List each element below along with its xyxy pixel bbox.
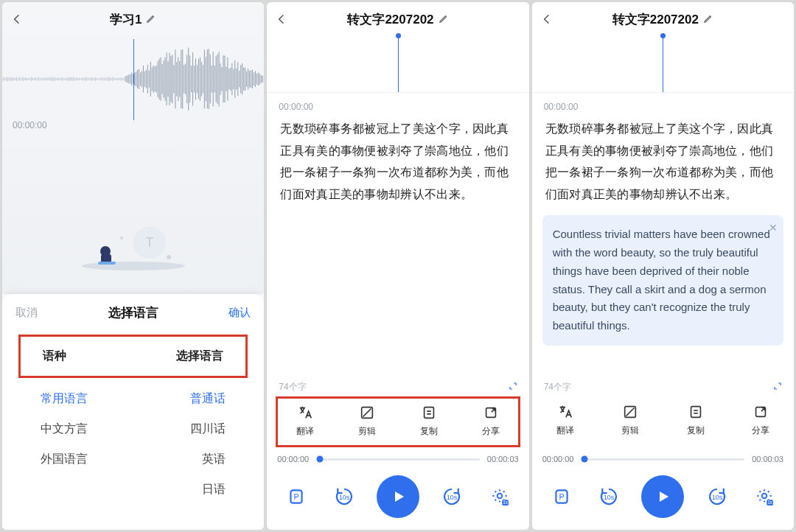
header: 转文字2207202: [532, 2, 794, 36]
tool-label: 翻译: [556, 424, 574, 437]
current-time: 00:00:00: [542, 455, 574, 463]
svg-text:1x: 1x: [503, 500, 509, 505]
svg-text:P: P: [294, 492, 299, 501]
transcript-text[interactable]: 无数琐碎事务都被冠上了美这个字，因此真正具有美的事物便被剥夺了崇高地位，他们把一…: [267, 116, 528, 205]
tool-label: 分享: [752, 424, 769, 437]
translation-bubble: ✕ Countless trivial matters have been cr…: [542, 215, 783, 346]
svg-text:10s: 10s: [604, 494, 615, 501]
tool-label: 翻译: [296, 425, 314, 438]
language-row[interactable]: 日语: [24, 475, 242, 505]
waveform-panel: 00:00:00 T: [2, 2, 264, 294]
language-category: 中文方言: [41, 421, 88, 437]
mini-waveform: [532, 36, 794, 93]
rewind-10s-button[interactable]: 10s: [594, 482, 624, 511]
transcript-text[interactable]: 无数琐碎事务都被冠上了美这个字，因此真正具有美的事物便被剥夺了崇高地位，他们把一…: [532, 116, 794, 205]
translate-button[interactable]: 翻译: [296, 405, 315, 438]
expand-icon[interactable]: [773, 382, 782, 393]
svg-text:T: T: [145, 235, 153, 250]
sheet-title: 选择语言: [108, 304, 158, 321]
svg-point-211: [762, 494, 767, 499]
close-icon[interactable]: ✕: [769, 220, 778, 237]
playhead[interactable]: [663, 36, 663, 92]
playhead[interactable]: [133, 39, 134, 120]
svg-rect-189: [424, 407, 433, 419]
language-option: 日语: [152, 482, 226, 497]
language-option: 英语: [152, 452, 226, 467]
timecode: 00:00:00: [267, 93, 528, 116]
back-icon[interactable]: [541, 13, 553, 25]
transcript-mode-button[interactable]: P: [282, 482, 311, 511]
playhead[interactable]: [398, 36, 399, 92]
svg-rect-202: [691, 407, 700, 418]
char-count: 74个字: [279, 381, 306, 393]
language-option: 四川话: [152, 421, 226, 437]
share-button[interactable]: 分享: [481, 405, 500, 438]
svg-marker-196: [395, 491, 404, 502]
svg-text:10s: 10s: [339, 494, 350, 501]
edit-icon[interactable]: [439, 13, 449, 27]
tool-label: 剪辑: [358, 425, 376, 438]
svg-point-186: [167, 255, 171, 259]
back-icon[interactable]: [276, 13, 287, 25]
translate-icon: [556, 404, 575, 420]
svg-rect-185: [98, 262, 116, 265]
svg-text:P: P: [559, 492, 564, 501]
language-row[interactable]: 常用语言普通话: [24, 384, 242, 414]
tool-label: 复制: [687, 424, 705, 437]
timecode: 00:00:00: [532, 93, 794, 116]
highlighted-header-row: 语种 选择语言: [18, 335, 248, 378]
cancel-button[interactable]: 取消: [15, 306, 38, 320]
edit-icon[interactable]: [146, 13, 156, 27]
tool-label: 复制: [420, 425, 438, 438]
language-category: 常用语言: [41, 391, 88, 407]
edit-icon[interactable]: [703, 13, 713, 27]
share-icon: [481, 405, 500, 421]
current-time: 00:00:00: [277, 455, 309, 463]
char-count: 74个字: [544, 381, 571, 393]
highlighted-toolbar: 翻译剪辑复制分享: [276, 396, 520, 447]
progress-bar[interactable]: 00:00:00 00:00:03: [267, 447, 528, 468]
timecode: 00:00:00: [13, 120, 47, 130]
trim-button[interactable]: 剪辑: [357, 405, 377, 438]
progress-bar[interactable]: 00:00:00 00:00:03: [532, 447, 794, 468]
copy-button[interactable]: 复制: [686, 404, 705, 437]
forward-10s-button[interactable]: 10s: [437, 482, 467, 511]
total-time: 00:00:03: [752, 455, 783, 463]
svg-marker-209: [660, 491, 668, 502]
language-category: 外国语言: [41, 452, 88, 467]
expand-icon[interactable]: [509, 382, 517, 393]
settings-button[interactable]: 1x: [750, 482, 779, 511]
trim-button[interactable]: 剪辑: [621, 404, 640, 437]
language-option: 普通话: [152, 391, 226, 407]
rewind-10s-button[interactable]: 10s: [329, 482, 359, 511]
column-header-left: 语种: [43, 349, 66, 364]
copy-button[interactable]: 复制: [419, 405, 439, 438]
mini-waveform: [267, 36, 528, 93]
translate-icon: [296, 405, 315, 421]
header: 学习1: [2, 2, 264, 36]
progress-thumb[interactable]: [316, 456, 323, 463]
page-title: 转文字2207202: [612, 11, 699, 28]
language-row[interactable]: 中文方言四川话: [24, 414, 242, 444]
share-button[interactable]: 分享: [751, 404, 770, 437]
translate-button[interactable]: 翻译: [556, 404, 575, 437]
back-icon[interactable]: [11, 13, 23, 25]
language-row[interactable]: 外国语言英语: [24, 444, 242, 475]
settings-button[interactable]: 1x: [485, 482, 514, 511]
progress-thumb[interactable]: [581, 456, 587, 463]
trim-icon: [621, 404, 640, 420]
play-button[interactable]: [377, 475, 419, 518]
column-header-right: 选择语言: [176, 349, 223, 364]
play-button[interactable]: [641, 475, 684, 518]
svg-point-180: [82, 262, 185, 270]
transcript-mode-button[interactable]: P: [547, 482, 576, 511]
copy-icon: [686, 404, 705, 420]
translation-text: Countless trivial matters have been crow…: [553, 228, 770, 332]
total-time: 00:00:03: [487, 455, 519, 463]
empty-illustration: T: [74, 206, 192, 272]
header: 转文字2207202: [267, 2, 528, 36]
svg-text:1x: 1x: [767, 500, 773, 505]
forward-10s-button[interactable]: 10s: [702, 482, 732, 511]
confirm-button[interactable]: 确认: [228, 306, 251, 320]
tool-label: 分享: [482, 425, 500, 438]
